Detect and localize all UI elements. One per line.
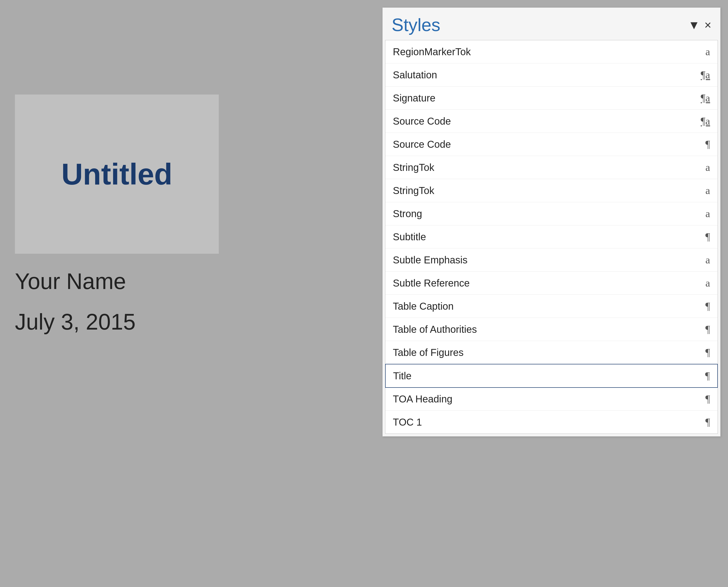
document-page: Untitled Your Name July 3, 2015 (15, 95, 239, 517)
style-item[interactable]: Table of Authorities¶ (385, 318, 718, 341)
document-author: Your Name (15, 268, 239, 294)
style-item[interactable]: Salutation¶a (385, 64, 718, 87)
style-name: Source Code (393, 139, 451, 150)
style-type-icon: ¶ (705, 347, 710, 358)
style-type-icon: ¶ (705, 231, 710, 243)
style-name: Signature (393, 93, 435, 104)
style-type-icon: a (705, 185, 710, 196)
style-name: Subtle Emphasis (393, 255, 467, 266)
style-type-icon: a (705, 208, 710, 220)
style-item[interactable]: Table of Figures¶ (385, 341, 718, 364)
style-name: Source Code (393, 116, 451, 127)
style-item[interactable]: RegionMarkerToka (385, 40, 718, 64)
style-type-icon: ¶ (705, 300, 710, 312)
style-item[interactable]: Signature¶a (385, 87, 718, 110)
style-type-icon: ¶ (705, 370, 710, 382)
style-name: TOC 1 (393, 417, 422, 428)
style-type-icon: a (705, 46, 710, 58)
style-name: TOA Heading (393, 394, 452, 405)
style-item[interactable]: Stronga (385, 202, 718, 225)
style-item[interactable]: TOA Heading¶ (385, 388, 718, 410)
style-item[interactable]: Source Code¶ (385, 133, 718, 156)
style-item[interactable]: Subtle Referencea (385, 272, 718, 295)
style-name: StringTok (393, 162, 434, 173)
styles-list: RegionMarkerTokaSalutation¶aSignature¶aS… (385, 40, 718, 434)
style-item[interactable]: Subtle Emphasisa (385, 249, 718, 272)
style-type-icon: ¶ (705, 323, 710, 335)
style-type-icon: ¶ (705, 416, 710, 428)
style-name: Title (393, 370, 412, 381)
style-item[interactable]: TOC 1¶ (385, 410, 718, 433)
style-item[interactable]: Table Caption¶ (385, 295, 718, 318)
style-type-icon: ¶a (701, 69, 710, 81)
document-title: Untitled (62, 157, 173, 191)
style-item[interactable]: StringToka (385, 179, 718, 202)
style-item[interactable]: Subtitle¶ (385, 225, 718, 249)
style-type-icon: ¶a (701, 92, 710, 104)
style-item[interactable]: Source Code¶a (385, 110, 718, 133)
style-name: RegionMarkerTok (393, 46, 471, 57)
dropdown-icon[interactable]: ▼ (688, 18, 700, 32)
close-icon[interactable]: × (704, 18, 711, 32)
style-name: Table of Figures (393, 347, 464, 358)
cover-image: Untitled (15, 95, 219, 254)
style-name: StringTok (393, 185, 434, 196)
document-date: July 3, 2015 (15, 309, 239, 335)
style-name: Table Caption (393, 301, 454, 312)
document-area: Untitled Your Name July 3, 2015 (0, 0, 361, 587)
style-type-icon: a (705, 254, 710, 266)
style-type-icon: ¶a (701, 115, 710, 127)
styles-header-icons: ▼ × (688, 18, 711, 32)
style-type-icon: a (705, 277, 710, 289)
style-name: Subtitle (393, 231, 426, 242)
style-name: Subtle Reference (393, 278, 470, 289)
styles-panel: Styles ▼ × RegionMarkerTokaSalutation¶aS… (382, 7, 721, 437)
style-name: Strong (393, 208, 422, 219)
style-item[interactable]: Title¶ (385, 364, 718, 388)
styles-header: Styles ▼ × (383, 8, 720, 40)
styles-panel-title: Styles (392, 15, 440, 35)
style-type-icon: ¶ (705, 138, 710, 150)
style-type-icon: a (705, 161, 710, 173)
style-item[interactable]: StringToka (385, 156, 718, 179)
style-type-icon: ¶ (705, 393, 710, 405)
style-name: Table of Authorities (393, 324, 477, 335)
style-name: Salutation (393, 69, 437, 80)
